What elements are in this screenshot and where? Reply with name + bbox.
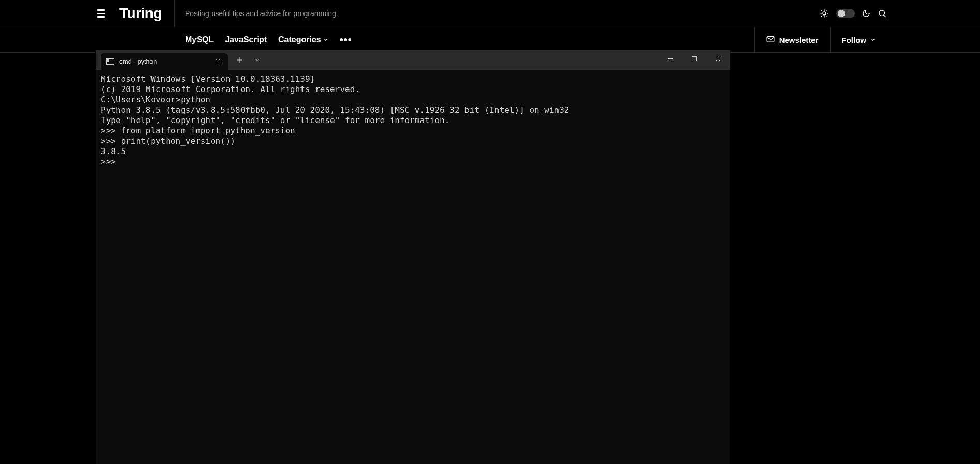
moon-icon [862, 9, 870, 18]
new-tab-button[interactable] [232, 52, 247, 68]
nav-item-mysql[interactable]: MySQL [185, 35, 214, 44]
nav-more-button[interactable]: ••• [340, 34, 352, 46]
terminal-line: >>> [101, 157, 725, 167]
topbar-right [820, 9, 980, 18]
navbar: MySQL JavaScript Categories ••• Newslett… [0, 27, 980, 53]
terminal-line: Microsoft Windows [Version 10.0.18363.11… [101, 74, 725, 84]
theme-toggle[interactable] [836, 9, 855, 18]
topbar-left: Turing [97, 0, 175, 27]
menu-icon[interactable] [97, 9, 105, 18]
svg-line-3 [821, 10, 822, 11]
window-close-button[interactable] [706, 50, 730, 67]
window-maximize-button[interactable] [682, 50, 706, 67]
sun-icon [820, 9, 829, 18]
terminal-line: Python 3.8.5 (tags/v3.8.5:580fbb0, Jul 2… [101, 105, 725, 115]
terminal-line: Type "help", "copyright", "credits" or "… [101, 115, 725, 126]
chevron-down-icon [870, 37, 876, 43]
svg-line-8 [826, 10, 827, 11]
nav-right: Newsletter Follow [754, 27, 980, 52]
nav-item-label: JavaScript [225, 35, 267, 44]
nav-item-label: Categories [278, 35, 321, 44]
search-button[interactable] [878, 9, 887, 18]
svg-rect-17 [692, 56, 696, 61]
terminal-line: >>> print(python_version()) [101, 136, 725, 146]
cmd-icon [106, 58, 114, 65]
nav-item-categories[interactable]: Categories [278, 35, 328, 44]
svg-line-10 [884, 15, 885, 17]
topbar: Turing Posting useful tips and advice fo… [0, 0, 980, 27]
mail-icon [766, 35, 775, 46]
svg-line-4 [826, 16, 827, 17]
terminal-line: 3.8.5 [101, 146, 725, 157]
terminal-window: cmd - python Microsoft Windows [96, 50, 730, 464]
site-header: Turing Posting useful tips and advice fo… [0, 0, 980, 53]
svg-point-0 [823, 12, 826, 15]
tab-close-button[interactable] [213, 57, 222, 66]
chevron-down-icon [323, 37, 328, 43]
terminal-line: C:\Users\Kovoor>python [101, 95, 725, 105]
site-logo[interactable]: Turing [119, 5, 162, 22]
follow-label: Follow [842, 36, 867, 44]
terminal-tab[interactable]: cmd - python [101, 53, 228, 70]
terminal-tab-actions [228, 50, 269, 70]
site-tagline: Posting useful tips and advice for progr… [175, 9, 820, 18]
terminal-line: >>> from platform import python_version [101, 126, 725, 136]
terminal-body[interactable]: Microsoft Windows [Version 10.0.18363.11… [96, 70, 730, 464]
newsletter-label: Newsletter [779, 36, 819, 44]
search-icon [878, 9, 887, 18]
tab-dropdown-button[interactable] [249, 52, 265, 68]
nav-left: MySQL JavaScript Categories ••• [175, 27, 754, 52]
terminal-titlebar[interactable]: cmd - python [96, 50, 730, 70]
follow-button[interactable]: Follow [830, 27, 887, 52]
terminal-line: (c) 2019 Microsoft Corporation. All righ… [101, 84, 725, 95]
newsletter-button[interactable]: Newsletter [754, 27, 830, 52]
nav-item-javascript[interactable]: JavaScript [225, 35, 267, 44]
nav-item-label: MySQL [185, 35, 214, 44]
terminal-tab-title: cmd - python [119, 58, 208, 65]
svg-point-9 [879, 10, 885, 16]
window-controls [658, 50, 730, 70]
svg-line-7 [821, 16, 822, 17]
window-minimize-button[interactable] [658, 50, 682, 67]
